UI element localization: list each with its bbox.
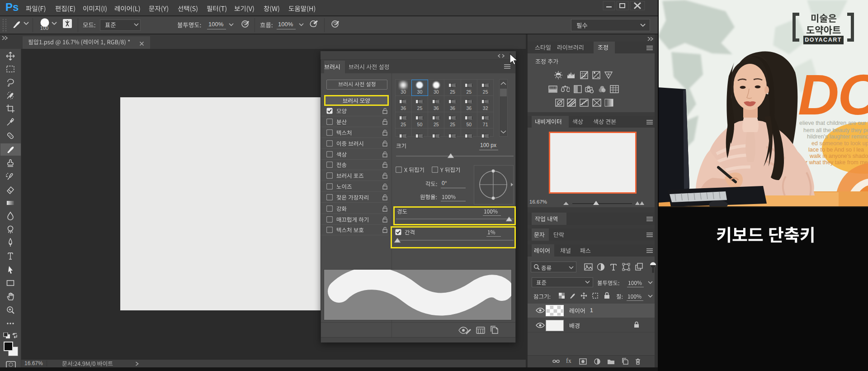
svg-text:hildren's laughter remind: hildren's laughter remind [807, 133, 868, 140]
svg-text:walk in anyone's shadow: walk in anyone's shadow [809, 153, 868, 159]
svg-text:elieve that children are our f: elieve that children are our futur [799, 120, 868, 126]
svg-text:lace to be And so I lea: lace to be And so I lea [808, 147, 864, 153]
svg-text:ed someone to look up: ed someone to look up [811, 140, 868, 147]
svg-text:r what they take from me: r what they take from me [806, 159, 868, 166]
svg-text:DO: DO [798, 63, 868, 127]
svg-text:hem all the beauty they po: hem all the beauty they po [803, 127, 868, 133]
